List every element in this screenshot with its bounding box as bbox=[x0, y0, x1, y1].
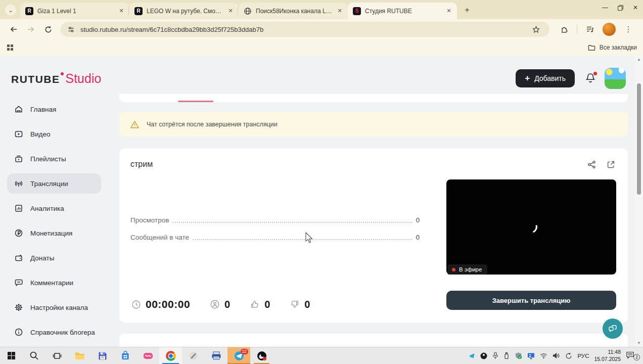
stream-card: стрим Просмотров 0 Сообщений в чате bbox=[119, 149, 628, 323]
stream-timer: 00:00:00 bbox=[131, 298, 190, 310]
globe-favicon bbox=[244, 7, 252, 15]
ruble-icon bbox=[14, 229, 23, 238]
support-chat-button[interactable] bbox=[603, 318, 623, 339]
sticker-app-button[interactable] bbox=[136, 347, 159, 364]
tab-search-button[interactable]: ⌄ bbox=[5, 5, 16, 16]
bookmark-star-button[interactable] bbox=[529, 22, 543, 36]
tray-wifi-icon[interactable] bbox=[540, 353, 547, 359]
task-view-button[interactable] bbox=[45, 347, 68, 364]
dislikes-counter[interactable]: 0 bbox=[290, 299, 310, 310]
sidebar-item-home[interactable]: Главная bbox=[7, 99, 101, 119]
tray-obs-icon[interactable] bbox=[480, 352, 487, 359]
printer-icon bbox=[211, 351, 221, 360]
sidebar-item-monetization[interactable]: Монетизация bbox=[7, 223, 101, 243]
likes-counter[interactable]: 0 bbox=[250, 299, 270, 310]
tray-update-icon[interactable] bbox=[565, 352, 572, 359]
sidebar-item-broadcasts[interactable]: Трансляции bbox=[7, 173, 101, 194]
browser-menu-button[interactable]: ⋮ bbox=[621, 22, 635, 36]
stream-preview-player[interactable]: В эфире bbox=[446, 179, 616, 275]
viewers-counter: 0 bbox=[210, 299, 230, 310]
puzzle-icon bbox=[560, 25, 569, 34]
browser-tab-1[interactable]: R Giza 1 Level 1 ✕ bbox=[20, 3, 129, 19]
add-button[interactable]: + Добавить bbox=[516, 69, 575, 87]
sidebar-item-label: Настройки канала bbox=[30, 304, 88, 311]
next-card-top bbox=[119, 334, 628, 347]
tray-security-icon[interactable] bbox=[515, 352, 522, 359]
address-bar[interactable]: studio.rutube.ru/stream/6c71c8ccbdba29bb… bbox=[61, 22, 549, 37]
warning-text: Чат сотрётся после завершения трансляции bbox=[147, 121, 278, 128]
window-close-button[interactable]: ✕ bbox=[628, 0, 643, 15]
tab-close-button[interactable]: ✕ bbox=[336, 7, 344, 15]
site-settings-icon bbox=[67, 25, 75, 34]
scroll-down-icon[interactable]: ▼ bbox=[635, 341, 643, 345]
floppy-disk-icon bbox=[98, 351, 107, 360]
new-tab-button[interactable]: + bbox=[460, 3, 474, 17]
notifications-button[interactable] bbox=[584, 72, 598, 85]
logo-dot bbox=[61, 72, 64, 75]
rutube-studio-logo[interactable]: RUTUBE Studio bbox=[11, 71, 101, 86]
ms-store-button[interactable] bbox=[114, 347, 136, 364]
share-button[interactable] bbox=[587, 160, 596, 169]
telegram-taskbar-button[interactable]: 22 bbox=[227, 347, 250, 364]
language-indicator[interactable]: РУС bbox=[577, 353, 589, 359]
back-button[interactable] bbox=[7, 22, 21, 36]
action-center-button[interactable]: 2 bbox=[626, 351, 639, 361]
browser-profile-avatar[interactable] bbox=[603, 23, 616, 36]
browser-tab-2[interactable]: R LEGO W на рутубе. Смотрите ✕ bbox=[129, 3, 239, 19]
analytics-icon bbox=[14, 204, 23, 213]
tray-usb-icon[interactable] bbox=[503, 352, 510, 359]
tray-telegram-icon[interactable] bbox=[468, 352, 475, 359]
extensions-button[interactable] bbox=[557, 22, 571, 36]
tray-display-icon[interactable] bbox=[527, 352, 535, 359]
tab-close-button[interactable]: ✕ bbox=[117, 7, 125, 15]
end-stream-button[interactable]: Завершить трансляцию bbox=[446, 291, 616, 310]
taskbar-search-button[interactable] bbox=[23, 347, 45, 364]
star-icon bbox=[532, 25, 540, 34]
apps-grid-button[interactable] bbox=[6, 43, 14, 52]
home-icon bbox=[14, 105, 23, 114]
sidebar-item-playlists[interactable]: Плейлисты bbox=[7, 149, 101, 169]
wallet-icon bbox=[14, 253, 23, 262]
reading-list-button[interactable] bbox=[583, 22, 597, 36]
channel-avatar[interactable] bbox=[605, 68, 626, 89]
main-content: Чат сотрётся после завершения трансляции… bbox=[119, 94, 628, 347]
open-stream-button[interactable] bbox=[606, 160, 616, 169]
browser-tab-3[interactable]: Поиск58Иконка канала LEGO ✕ bbox=[239, 3, 348, 19]
reload-icon bbox=[44, 25, 53, 34]
save-app-button[interactable] bbox=[91, 347, 114, 364]
tab-close-button[interactable]: ✕ bbox=[226, 7, 235, 15]
file-explorer-button[interactable] bbox=[68, 347, 91, 364]
sidebar-item-donations[interactable]: Донаты bbox=[7, 248, 101, 268]
notification-count-badge: 2 bbox=[633, 354, 640, 360]
tab-close-button[interactable]: ✕ bbox=[445, 7, 453, 15]
window-minimize-button[interactable]: — bbox=[598, 0, 613, 15]
printer-app-button[interactable] bbox=[205, 347, 227, 364]
sidebar-item-video[interactable]: Видео bbox=[7, 124, 101, 144]
tray-microphone-icon[interactable] bbox=[492, 352, 498, 359]
sidebar-item-analytics[interactable]: Аналитика bbox=[7, 198, 101, 218]
chrome-taskbar-button[interactable] bbox=[159, 347, 182, 364]
paint-app-button[interactable] bbox=[182, 347, 205, 364]
start-button[interactable] bbox=[0, 347, 23, 364]
obs-taskbar-button[interactable] bbox=[250, 347, 273, 364]
reload-button[interactable] bbox=[41, 22, 55, 36]
scroll-up-icon[interactable]: ▲ bbox=[635, 57, 643, 62]
browser-tab-4-active[interactable]: S Студия RUTUBE ✕ bbox=[348, 3, 457, 19]
url-text[interactable]: studio.rutube.ru/stream/6c71c8ccbdba29bb… bbox=[80, 26, 527, 33]
page-scrollbar[interactable]: ▲ ▼ bbox=[635, 56, 643, 347]
tray-volume-icon[interactable] bbox=[553, 352, 560, 359]
window-restore-button[interactable] bbox=[613, 0, 628, 15]
timer-value: 00:00:00 bbox=[146, 298, 190, 310]
video-icon bbox=[14, 129, 23, 139]
all-bookmarks-button[interactable]: Все закладки bbox=[587, 43, 637, 52]
sidebar-item-blogger-guide[interactable]: Справочник блогера bbox=[7, 322, 101, 342]
sidebar-item-comments[interactable]: Комментарии bbox=[7, 272, 101, 293]
taskbar-clock[interactable]: 11:48 15.07.2025 bbox=[594, 349, 621, 362]
folder-icon bbox=[75, 351, 85, 360]
scrollbar-thumb[interactable] bbox=[637, 83, 641, 195]
sidebar-item-channel-settings[interactable]: Настройки канала bbox=[7, 297, 101, 317]
forward-button[interactable] bbox=[24, 22, 38, 36]
active-tab-indicator bbox=[178, 101, 213, 102]
close-icon: ✕ bbox=[337, 8, 342, 14]
stat-row-chat-messages: Сообщений в чате 0 bbox=[130, 233, 420, 242]
